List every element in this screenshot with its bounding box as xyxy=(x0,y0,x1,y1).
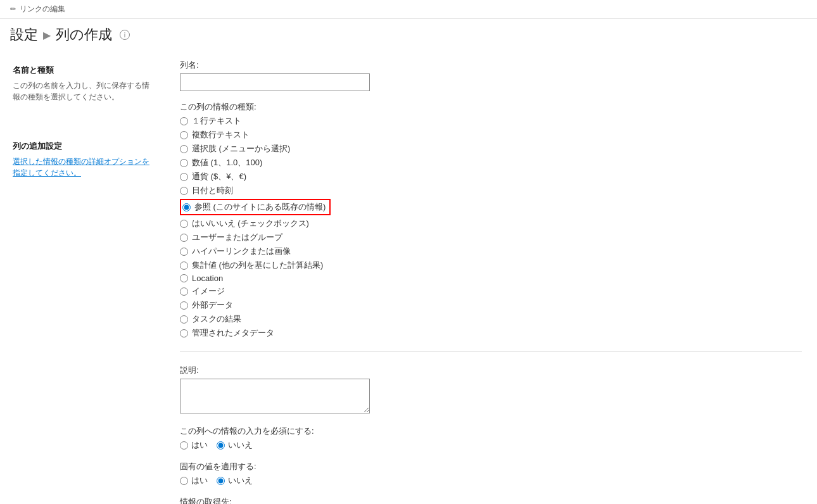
radio-label-11: 集計値 (他の列を基にした計算結果) xyxy=(192,260,323,271)
radio-label-15: タスクの結果 xyxy=(192,313,241,325)
radio-label-7: 参照 (このサイトにある既存の情報) xyxy=(194,201,326,213)
pencil-icon: ✏ xyxy=(10,5,16,13)
radio-label-6: 日付と時刻 xyxy=(192,185,233,196)
radio-input-7[interactable] xyxy=(182,203,191,211)
required-radio-group: はい いいえ xyxy=(180,439,802,451)
required-yes[interactable]: はい xyxy=(180,439,208,451)
radio-item-14[interactable]: 外部データ xyxy=(180,299,802,311)
radio-input-16[interactable] xyxy=(180,329,188,337)
breadcrumb-sep: ▶ xyxy=(43,29,51,41)
description-label: 説明: xyxy=(180,365,802,376)
section2-left: 列の追加設定 選択した情報の種類の詳細オプションを指定してください。 xyxy=(13,141,152,179)
unique-yes-label: はい xyxy=(191,475,208,486)
description-textarea[interactable] xyxy=(180,379,370,413)
column-name-group: 列名: xyxy=(180,60,802,91)
radio-item-13[interactable]: イメージ xyxy=(180,286,802,297)
radio-label-5: 通貨 ($、¥、€) xyxy=(192,171,246,182)
radio-label-13: イメージ xyxy=(192,286,225,297)
main-layout: 名前と種類 この列の名前を入力し、列に保存する情報の種類を選択してください。 列… xyxy=(0,54,817,504)
radio-label-12: Location xyxy=(192,274,223,283)
info-icon[interactable]: i xyxy=(120,30,130,40)
radio-item-16[interactable]: 管理されたメタデータ xyxy=(180,327,802,339)
source-group: 情報の取得先: ChildList ParentList xyxy=(180,496,802,504)
left-panel: 名前と種類 この列の名前を入力し、列に保存する情報の種類を選択してください。 列… xyxy=(0,54,165,504)
radio-item-10[interactable]: ハイパーリンクまたは画像 xyxy=(180,246,802,257)
unique-no-label: いいえ xyxy=(228,475,253,486)
source-label: 情報の取得先: xyxy=(180,496,802,504)
radio-item-5[interactable]: 通貨 ($、¥、€) xyxy=(180,171,802,182)
radio-item-2[interactable]: 複数行テキスト xyxy=(180,129,802,141)
required-group: この列への情報の入力を必須にする: はい いいえ xyxy=(180,425,802,451)
unique-no-input[interactable] xyxy=(217,477,225,485)
radio-input-11[interactable] xyxy=(180,261,188,270)
top-bar: ✏ リンクの編集 xyxy=(0,0,817,19)
radio-input-12[interactable] xyxy=(180,274,188,282)
radio-item-4[interactable]: 数値 (1、1.0、100) xyxy=(180,157,802,168)
radio-input-15[interactable] xyxy=(180,315,188,324)
section1-title: 名前と種類 xyxy=(13,65,152,76)
radio-label-2: 複数行テキスト xyxy=(192,129,250,141)
radio-label-10: ハイパーリンクまたは画像 xyxy=(192,246,291,257)
unique-yes-input[interactable] xyxy=(180,477,188,485)
radio-input-6[interactable] xyxy=(180,187,188,195)
page-title-prefix: 設定 xyxy=(10,25,38,44)
required-yes-label: はい xyxy=(191,439,208,451)
unique-no[interactable]: いいえ xyxy=(217,475,253,486)
radio-item-11[interactable]: 集計値 (他の列を基にした計算結果) xyxy=(180,260,802,271)
right-panel: 列名: この列の情報の種類: １行テキスト 複数行テキスト 選択肢 (メニューか… xyxy=(165,54,817,504)
required-label: この列への情報の入力を必須にする: xyxy=(180,425,802,437)
column-name-input[interactable] xyxy=(180,73,370,91)
unique-label: 固有の値を適用する: xyxy=(180,461,802,472)
column-name-label: 列名: xyxy=(180,60,802,71)
info-type-radio-group: １行テキスト 複数行テキスト 選択肢 (メニューから選択) 数値 (1、1.0、… xyxy=(180,115,802,339)
page-title-main: 列の作成 xyxy=(56,25,112,44)
section2-desc[interactable]: 選択した情報の種類の詳細オプションを指定してください。 xyxy=(13,156,152,179)
radio-label-9: ユーザーまたはグループ xyxy=(192,232,282,243)
radio-input-10[interactable] xyxy=(180,248,188,256)
info-type-label: この列の情報の種類: xyxy=(180,101,802,113)
required-no-label: いいえ xyxy=(228,439,253,451)
radio-input-9[interactable] xyxy=(180,234,188,242)
radio-item-3[interactable]: 選択肢 (メニューから選択) xyxy=(180,143,802,154)
unique-group: 固有の値を適用する: はい いいえ xyxy=(180,461,802,486)
radio-input-2[interactable] xyxy=(180,131,188,139)
radio-input-14[interactable] xyxy=(180,301,188,310)
radio-item-15[interactable]: タスクの結果 xyxy=(180,313,802,325)
unique-yes[interactable]: はい xyxy=(180,475,208,486)
radio-label-1: １行テキスト xyxy=(192,115,241,127)
unique-radio-group: はい いいえ xyxy=(180,475,802,486)
section1-desc: この列の名前を入力し、列に保存する情報の種類を選択してください。 xyxy=(13,80,152,103)
info-type-group: この列の情報の種類: １行テキスト 複数行テキスト 選択肢 (メニューから選択)… xyxy=(180,101,802,339)
radio-item-6[interactable]: 日付と時刻 xyxy=(180,185,802,196)
required-no[interactable]: いいえ xyxy=(217,439,253,451)
description-group: 説明: xyxy=(180,365,802,415)
radio-input-5[interactable] xyxy=(180,173,188,181)
section-divider xyxy=(180,351,802,352)
radio-input-1[interactable] xyxy=(180,117,188,125)
radio-input-13[interactable] xyxy=(180,287,188,296)
highlight-box: 参照 (このサイトにある既存の情報) xyxy=(180,199,331,215)
required-yes-input[interactable] xyxy=(180,441,188,450)
required-no-input[interactable] xyxy=(217,441,225,450)
page-title-area: 設定 ▶ 列の作成 i xyxy=(0,19,817,54)
radio-input-4[interactable] xyxy=(180,159,188,167)
radio-label-4: 数値 (1、1.0、100) xyxy=(192,157,262,168)
radio-item-9[interactable]: ユーザーまたはグループ xyxy=(180,232,802,243)
radio-label-3: 選択肢 (メニューから選択) xyxy=(192,143,290,154)
radio-item-12[interactable]: Location xyxy=(180,274,802,283)
radio-label-8: はい/いいえ (チェックボックス) xyxy=(192,218,309,229)
radio-item-7[interactable]: 参照 (このサイトにある既存の情報) xyxy=(180,199,802,215)
section2-title: 列の追加設定 xyxy=(13,141,152,152)
radio-item-8[interactable]: はい/いいえ (チェックボックス) xyxy=(180,218,802,229)
radio-item-1[interactable]: １行テキスト xyxy=(180,115,802,127)
radio-input-8[interactable] xyxy=(180,220,188,228)
top-bar-label: リンクの編集 xyxy=(20,4,65,15)
radio-input-3[interactable] xyxy=(180,145,188,153)
radio-label-16: 管理されたメタデータ xyxy=(192,327,274,339)
radio-label-14: 外部データ xyxy=(192,299,233,311)
